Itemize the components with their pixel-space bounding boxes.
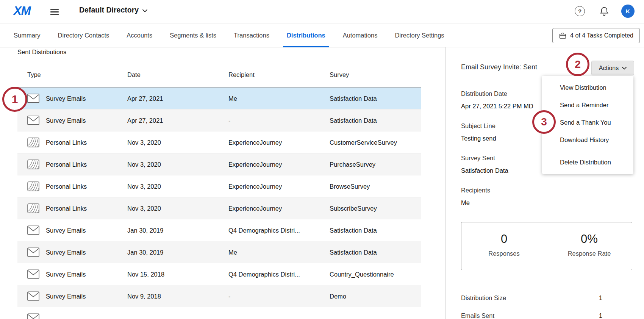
help-icon[interactable]: ?: [575, 6, 585, 16]
table-row[interactable]: [17, 307, 421, 319]
tab-label: Summary: [14, 32, 41, 39]
cell-survey: Satisfaction Data: [330, 219, 377, 241]
menu-item-view-distribution[interactable]: View Distribution: [542, 79, 633, 96]
field-value: Me: [461, 199, 552, 207]
field-label: Survey Sent: [461, 154, 552, 163]
email-icon: [27, 247, 39, 257]
email-icon: [27, 313, 39, 319]
tab-label: Distributions: [287, 32, 325, 39]
cell-survey: SubscribeSurvey: [330, 197, 377, 219]
cell-recipient: Q4 Demographics Distri...: [228, 263, 300, 285]
table-row[interactable]: Survey EmailsJan 30, 2019Q4 Demographics…: [17, 219, 421, 241]
cell-survey: Country_Questionnaire: [330, 263, 394, 285]
cell-date: Nov 3, 2020: [127, 197, 161, 219]
column-header-survey: Survey: [330, 70, 349, 79]
tab-transactions[interactable]: Transactions: [234, 23, 269, 47]
cell-date: Apr 27, 2021: [127, 109, 163, 131]
response-rate-stat: 0% Response Rate: [547, 222, 632, 270]
table-row[interactable]: Survey EmailsNov 15, 2018Q4 Demographics…: [17, 263, 421, 285]
tab-label: Directory Settings: [395, 32, 444, 39]
xm-logo: XM: [14, 4, 31, 18]
table-row[interactable]: Survey EmailsApr 27, 2021-Satisfaction D…: [17, 109, 421, 131]
cell-date: Nov 9, 2018: [127, 285, 161, 307]
cell-survey: BrowseSurvey: [330, 175, 370, 197]
hamburger-menu-icon[interactable]: [50, 9, 59, 15]
tab-label: Transactions: [234, 32, 269, 39]
table-row[interactable]: Personal LinksNov 3, 2020ExperienceJourn…: [17, 197, 421, 219]
cell-date: Nov 3, 2020: [127, 131, 161, 153]
metric-label: Emails Sent: [461, 311, 494, 319]
cell-recipient: ExperienceJourney: [228, 197, 282, 219]
tab-bar: SummaryDirectory ContactsAccountsSegment…: [0, 23, 644, 47]
menu-divider: [542, 151, 633, 151]
chevron-down-icon: [142, 6, 147, 14]
detail-fields: Distribution DateApr 27, 2021 5:22 PM MD…: [461, 89, 552, 218]
tab-accounts[interactable]: Accounts: [127, 23, 152, 47]
tab-distributions[interactable]: Distributions: [287, 23, 325, 47]
responses-stat: 0 Responses: [461, 222, 547, 270]
tab-directory-contacts[interactable]: Directory Contacts: [58, 23, 109, 47]
cell-date: Nov 15, 2018: [127, 263, 164, 285]
annotation-circle-3: 3: [532, 110, 556, 134]
cell-type: Survey Emails: [46, 241, 86, 263]
actions-label: Actions: [599, 65, 619, 72]
email-icon: [27, 291, 39, 301]
column-header-date: Date: [127, 70, 141, 79]
column-header-type: Type: [27, 70, 41, 79]
cell-type: Personal Links: [46, 197, 87, 219]
cell-date: Jan 30, 2019: [127, 219, 163, 241]
cell-recipient: Q4 Demographics Distri...: [228, 219, 300, 241]
menu-item-delete-distribution[interactable]: Delete Distribution: [542, 153, 633, 171]
table-row[interactable]: Survey EmailsJan 30, 2019MeSatisfaction …: [17, 241, 421, 263]
tab-label: Accounts: [127, 32, 152, 39]
directory-selector[interactable]: Default Directory: [79, 6, 147, 14]
table-row[interactable]: Personal LinksNov 3, 2020ExperienceJourn…: [17, 175, 421, 197]
table-row[interactable]: Personal LinksNov 3, 2020ExperienceJourn…: [17, 153, 421, 175]
tab-automations[interactable]: Automations: [343, 23, 378, 47]
menu-item-send-a-thank-you[interactable]: Send a Thank You: [542, 114, 633, 131]
cell-survey: Satisfaction Data: [330, 88, 377, 109]
response-rate-value: 0%: [547, 232, 632, 246]
fingerprint-icon: [27, 203, 39, 213]
briefcase-icon: [559, 32, 567, 40]
table-row[interactable]: Survey EmailsNov 9, 2018-Demo: [17, 285, 421, 307]
cell-survey: CustomerServiceSurvey: [330, 131, 397, 153]
annotation-circle-1: 1: [2, 87, 27, 112]
field-label: Recipients: [461, 186, 552, 195]
cell-type: Survey Emails: [46, 263, 86, 285]
cell-type: Personal Links: [46, 131, 87, 153]
field-label: Distribution Date: [461, 89, 552, 98]
actions-button[interactable]: Actions: [591, 61, 634, 75]
tab-label: Automations: [343, 32, 378, 39]
notifications-bell-icon[interactable]: [599, 6, 610, 18]
avatar[interactable]: K: [621, 5, 635, 18]
cell-date: Nov 3, 2020: [127, 153, 161, 175]
tasks-label: 4 of 4 Tasks Completed: [570, 32, 633, 39]
tab-list: SummaryDirectory ContactsAccountsSegment…: [14, 23, 444, 47]
metric-value: 1: [599, 311, 602, 319]
cell-recipient: -: [228, 285, 231, 307]
email-icon: [27, 116, 39, 125]
table-row[interactable]: Survey EmailsApr 27, 2021MeSatisfaction …: [17, 88, 421, 109]
cell-recipient: -: [228, 109, 231, 131]
tab-segments-lists[interactable]: Segments & lists: [170, 23, 216, 47]
fingerprint-icon: [27, 160, 39, 169]
menu-item-download-history[interactable]: Download History: [542, 131, 633, 149]
cell-recipient: ExperienceJourney: [228, 175, 282, 197]
menu-item-send-a-reminder[interactable]: Send a Reminder: [542, 96, 633, 114]
table-header: Type Date Recipient Survey: [17, 70, 421, 79]
cell-type: Personal Links: [46, 153, 87, 175]
tab-directory-settings[interactable]: Directory Settings: [395, 23, 444, 47]
table-row[interactable]: Personal LinksNov 3, 2020ExperienceJourn…: [17, 131, 421, 153]
email-icon: [27, 94, 39, 103]
cell-type: Survey Emails: [46, 109, 86, 131]
responses-value: 0: [461, 232, 547, 246]
metric-label: Distribution Size: [461, 294, 506, 302]
metric-emails-sent: Emails Sent 1: [461, 311, 632, 319]
cell-survey: Satisfaction Data: [330, 241, 377, 263]
cell-recipient: ExperienceJourney: [228, 131, 282, 153]
list-title: Sent Distributions: [17, 48, 66, 56]
cell-survey: PurchaseSurvey: [330, 153, 375, 175]
tab-summary[interactable]: Summary: [14, 23, 41, 47]
tasks-completed-button[interactable]: 4 of 4 Tasks Completed: [552, 28, 640, 43]
